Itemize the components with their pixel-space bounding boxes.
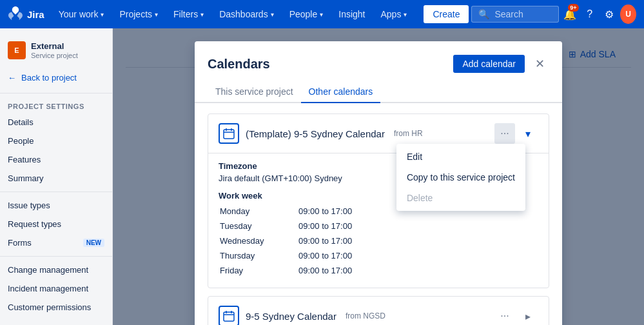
calendar-source: from NGSD (346, 311, 385, 320)
new-badge: NEW (83, 239, 104, 247)
nav-insight[interactable]: Insight (332, 5, 371, 23)
nav-projects[interactable]: Projects ▾ (113, 5, 164, 23)
notifications-badge: 9+ (568, 4, 578, 12)
sidebar-item-features[interactable]: Features (0, 150, 112, 169)
workweek-table: Monday09:00 to 17:00Tuesday09:00 to 17:0… (219, 203, 538, 279)
create-button[interactable]: Create (424, 5, 469, 23)
sidebar-item-label: Customer permissions (8, 302, 91, 312)
help-button[interactable]: ? (581, 4, 598, 25)
calendar-item-sydney: 9-5 Sydney Calendar from NGSD ··· ▸ (208, 296, 549, 325)
workweek-row: Friday09:00 to 17:00 (220, 264, 537, 277)
project-name: External (31, 41, 78, 52)
dropdown-copy[interactable]: Copy to this service project (396, 167, 525, 188)
calendar-svg-icon (223, 128, 235, 139)
sidebar-item-label: Request types (8, 219, 61, 229)
nav-logo[interactable]: Jira (8, 6, 44, 22)
nav-your-work[interactable]: Your work ▾ (52, 5, 111, 23)
add-calendar-button[interactable]: Add calendar (453, 55, 525, 73)
calendars-modal: Calendars Add calendar ✕ This service pr… (195, 41, 562, 325)
sidebar-divider-3 (0, 256, 112, 257)
sidebar-item-label: Issue types (8, 201, 50, 210)
sidebar-project: E External Service project (0, 36, 112, 65)
tab-other-calendars[interactable]: Other calendars (301, 81, 381, 103)
avatar[interactable]: U (620, 5, 636, 24)
main-content: ⊞ Add SLA Calendars Add calendar ✕ This … (113, 28, 644, 325)
your-work-chevron-icon: ▾ (101, 11, 104, 18)
sidebar-item-customer-permissions[interactable]: Customer permissions (0, 298, 112, 317)
dropdown-delete: Delete (396, 188, 525, 208)
svg-rect-0 (224, 130, 234, 139)
calendar-item-actions: ··· ▸ (494, 306, 538, 325)
calendar-more-button[interactable]: ··· (494, 306, 515, 325)
sidebar-item-label: Details (8, 117, 34, 127)
modal-header-actions: Add calendar ✕ (453, 54, 549, 74)
main-layout: E External Service project ← Back to pro… (0, 28, 644, 325)
sidebar-item-people[interactable]: People (0, 132, 112, 150)
day-name: Thursday (220, 249, 297, 262)
calendar-expand-button[interactable]: ▸ (518, 306, 538, 325)
modal-header: Calendars Add calendar ✕ (195, 41, 562, 74)
nav-filters[interactable]: Filters ▾ (167, 5, 210, 23)
day-name: Wednesday (220, 234, 297, 248)
day-hours: 09:00 to 17:00 (298, 234, 537, 248)
people-chevron-icon: ▾ (320, 11, 323, 18)
workweek-row: Wednesday09:00 to 17:00 (220, 234, 537, 248)
sidebar-item-label: Change management (8, 265, 88, 275)
calendar-svg-icon (223, 310, 235, 322)
settings-button[interactable]: ⚙ (601, 4, 618, 25)
day-hours: 09:00 to 17:00 (298, 219, 537, 233)
calendar-source: from HR (394, 129, 423, 138)
search-box[interactable]: 🔍 (471, 6, 559, 23)
dashboards-chevron-icon: ▾ (271, 11, 274, 18)
sidebar-item-label: People (8, 136, 34, 146)
dropdown-menu: Edit Copy to this service project Delete (396, 144, 525, 211)
nav-apps[interactable]: Apps ▾ (375, 5, 414, 23)
calendar-expand-button[interactable]: ▾ (518, 123, 538, 144)
svg-rect-4 (224, 312, 234, 321)
nav-people[interactable]: People ▾ (283, 5, 330, 23)
dropdown-edit[interactable]: Edit (396, 146, 525, 167)
projects-chevron-icon: ▾ (155, 11, 158, 18)
calendar-icon (219, 306, 239, 325)
day-name: Tuesday (220, 219, 297, 233)
sidebar-item-issue-types[interactable]: Issue types (0, 196, 112, 215)
back-to-project[interactable]: ← Back to project (0, 68, 112, 88)
search-input[interactable] (494, 9, 552, 19)
calendar-item-header: 9-5 Sydney Calendar from NGSD ··· ▸ (208, 297, 549, 325)
sidebar-item-change-management[interactable]: Change management (0, 261, 112, 279)
day-hours: 09:00 to 17:00 (298, 264, 537, 277)
modal-tabs: This service project Other calendars (195, 74, 562, 103)
tab-this-service-project[interactable]: This service project (208, 81, 301, 103)
modal-title: Calendars (208, 57, 270, 72)
workweek-row: Tuesday09:00 to 17:00 (220, 219, 537, 233)
project-icon: E (8, 41, 26, 59)
sidebar-item-request-types[interactable]: Request types (0, 215, 112, 233)
project-settings-header: Project settings (0, 97, 112, 113)
calendar-item-template-sydney: (Template) 9-5 Sydney Calendar from HR ·… (208, 113, 549, 288)
sidebar-item-label: Summary (8, 173, 44, 183)
calendar-more-button[interactable]: ··· (494, 123, 515, 144)
top-nav: Jira Your work ▾ Projects ▾ Filters ▾ Da… (0, 0, 644, 28)
day-hours: 09:00 to 17:00 (298, 249, 537, 262)
sidebar-item-summary[interactable]: Summary (0, 169, 112, 188)
calendar-name: (Template) 9-5 Sydney Calendar (246, 128, 385, 139)
sidebar-item-forms[interactable]: Forms NEW (0, 233, 112, 252)
calendar-item-actions: ··· ▾ (494, 123, 538, 144)
sidebar-item-incident-management[interactable]: Incident management (0, 279, 112, 298)
apps-chevron-icon: ▾ (404, 11, 407, 18)
day-name: Friday (220, 264, 297, 277)
sidebar-item-label: Forms (8, 238, 32, 248)
sidebar-item-label: Incident management (8, 284, 88, 293)
nav-dashboards[interactable]: Dashboards ▾ (213, 5, 280, 23)
calendar-icon (219, 123, 239, 144)
filters-chevron-icon: ▾ (200, 11, 204, 18)
sidebar-divider (0, 93, 112, 94)
sidebar-item-details[interactable]: Details (0, 113, 112, 132)
modal-body: (Template) 9-5 Sydney Calendar from HR ·… (195, 103, 562, 325)
sidebar: E External Service project ← Back to pro… (0, 28, 113, 325)
sidebar-divider-2 (0, 192, 112, 192)
modal-overlay[interactable]: Calendars Add calendar ✕ This service pr… (113, 28, 644, 325)
sidebar-item-label: Features (8, 155, 41, 164)
notifications-button[interactable]: 🔔 9+ (561, 4, 578, 25)
modal-close-button[interactable]: ✕ (530, 54, 549, 74)
